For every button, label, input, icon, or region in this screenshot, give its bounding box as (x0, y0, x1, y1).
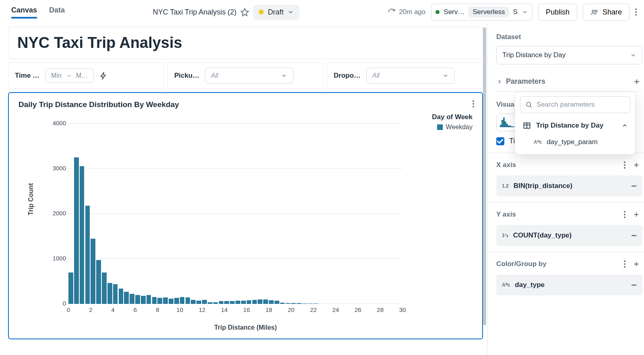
scrollbar[interactable] (483, 27, 486, 325)
bar[interactable] (169, 299, 173, 304)
xaxis-field[interactable]: 1.2BIN(trip_distance) − (496, 175, 642, 196)
bar[interactable] (196, 301, 201, 304)
chevron-up-icon (621, 122, 628, 129)
bar[interactable] (219, 301, 224, 304)
bar[interactable] (113, 284, 118, 304)
bar[interactable] (269, 300, 274, 304)
bar[interactable] (213, 302, 218, 304)
x-tick: 4 (108, 306, 118, 313)
heading-card[interactable]: NYC Taxi Trip Analysis (8, 27, 483, 59)
bar[interactable] (247, 300, 252, 304)
dropoff-select[interactable]: All (366, 68, 455, 84)
bar[interactable] (174, 298, 179, 304)
color-menu-icon[interactable] (624, 260, 625, 268)
parameters-label: Parameters (506, 77, 545, 86)
time-range-input[interactable]: Min → M… (45, 68, 94, 83)
bar[interactable] (80, 166, 85, 304)
bar[interactable] (302, 303, 307, 304)
parameter-group-row[interactable]: Trip Distance by Day (520, 117, 630, 134)
bar[interactable] (186, 297, 190, 304)
tab-canvas[interactable]: Canvas (11, 6, 37, 19)
plus-icon[interactable] (633, 211, 640, 218)
document-title[interactable]: NYC Taxi Trip Analysis (2) (153, 8, 237, 17)
bar[interactable] (152, 297, 157, 304)
bar[interactable] (74, 157, 79, 304)
last-refresh[interactable]: 20m ago (388, 8, 425, 16)
lightning-icon[interactable] (99, 72, 107, 80)
legend-title: Day of Week (432, 113, 473, 121)
bar[interactable] (258, 299, 262, 304)
color-field[interactable]: Aᴮcday_type − (496, 275, 642, 295)
compute-selector[interactable]: Serv… Serverless S (431, 4, 533, 21)
bar[interactable] (230, 301, 235, 304)
pickup-select[interactable]: All (205, 68, 293, 84)
checkbox-checked-icon[interactable] (496, 137, 504, 145)
bar[interactable] (180, 297, 185, 304)
chart-legend: Day of Week Weekday (432, 111, 473, 324)
bar[interactable] (91, 239, 95, 304)
bar[interactable] (124, 292, 129, 304)
dataset-select[interactable]: Trip Distance by Day (496, 46, 642, 64)
bar[interactable] (208, 302, 213, 304)
yaxis-menu-icon[interactable] (624, 211, 625, 218)
color-label: Color/Group by (496, 260, 547, 268)
bar[interactable] (147, 295, 151, 304)
yaxis-field[interactable]: 1²₃COUNT(day_type) − (496, 225, 642, 246)
bar[interactable] (263, 299, 268, 304)
plus-icon[interactable] (633, 161, 640, 169)
tab-data[interactable]: Data (49, 6, 65, 19)
bar[interactable] (191, 300, 196, 304)
bar[interactable] (235, 301, 240, 304)
bar[interactable] (202, 300, 207, 304)
xaxis-menu-icon[interactable] (624, 161, 625, 169)
y-tick: 3000 (46, 165, 66, 171)
remove-field-icon[interactable]: − (631, 279, 637, 291)
publish-button[interactable]: Publish (538, 4, 577, 21)
plus-icon[interactable] (633, 78, 641, 86)
y-tick: 2000 (46, 210, 66, 217)
bar[interactable] (96, 260, 101, 304)
bar[interactable] (85, 206, 90, 304)
bar[interactable] (130, 294, 134, 304)
filter-pickup[interactable]: Picku… All (167, 62, 324, 89)
plus-icon[interactable] (633, 260, 640, 268)
bar[interactable] (252, 300, 257, 304)
svg-point-2 (526, 102, 531, 107)
parameter-search-input[interactable]: Search parameters (520, 96, 630, 113)
time-min: Min (51, 72, 62, 79)
filter-time[interactable]: Time … Min → M… (8, 62, 164, 89)
remove-field-icon[interactable]: − (631, 230, 637, 241)
bar[interactable] (107, 283, 112, 304)
status-draft-dropdown[interactable]: Draft (253, 5, 299, 20)
share-button[interactable]: Share (583, 4, 630, 21)
chart-card[interactable]: Daily Trip Distance Distribution By Week… (8, 92, 483, 339)
more-menu-icon[interactable] (635, 8, 637, 16)
bar[interactable] (102, 272, 107, 304)
bar[interactable] (291, 303, 296, 304)
legend-item[interactable]: Weekday (432, 124, 473, 131)
bar[interactable] (308, 303, 313, 304)
remove-field-icon[interactable]: − (631, 180, 637, 192)
parameter-item[interactable]: Aᴮc day_type_param (520, 134, 630, 150)
bar[interactable] (314, 303, 318, 304)
bar[interactable] (286, 303, 291, 304)
filter-dropoff[interactable]: Dropo… All (327, 62, 483, 89)
bar[interactable] (157, 298, 162, 304)
bar[interactable] (275, 301, 279, 304)
bar[interactable] (135, 295, 140, 304)
bar[interactable] (224, 301, 229, 304)
bar[interactable] (241, 301, 246, 304)
bar[interactable] (163, 297, 168, 304)
bar[interactable] (280, 303, 285, 304)
bar[interactable] (119, 289, 124, 304)
share-icon (590, 8, 599, 16)
compute-type: Serverless (469, 6, 509, 18)
chart-menu-icon[interactable] (473, 100, 474, 107)
bar[interactable] (297, 303, 301, 304)
bar[interactable] (141, 296, 146, 304)
parameters-row[interactable]: Parameters (496, 73, 642, 92)
bar[interactable] (68, 272, 73, 304)
right-tools: Serv… Serverless S Publish Share (431, 4, 637, 21)
star-icon[interactable] (240, 8, 249, 17)
dropoff-value: All (372, 72, 380, 79)
